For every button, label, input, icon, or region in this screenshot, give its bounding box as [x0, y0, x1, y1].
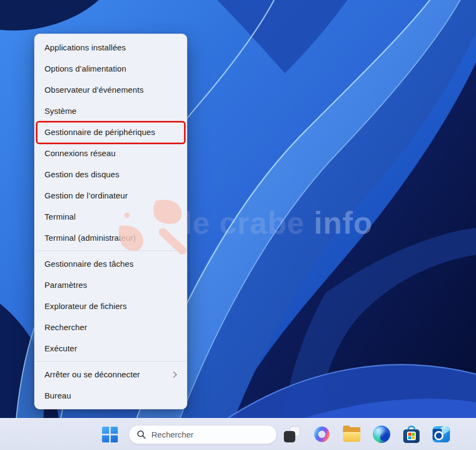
menu-item-options-alimentation[interactable]: Options d’alimentation	[35, 58, 187, 79]
menu-item-applications-installees[interactable]: Applications installées	[35, 37, 187, 58]
menu-item-connexions-reseau[interactable]: Connexions réseau	[35, 143, 187, 164]
menu-item-label: Rechercher	[45, 323, 87, 332]
menu-item-label: Paramètres	[45, 280, 87, 290]
chevron-right-icon	[170, 371, 176, 377]
menu-item-terminal-admin[interactable]: Terminal (administrateur)	[35, 227, 187, 248]
menu-item-systeme[interactable]: Système	[35, 100, 187, 121]
start-button[interactable]	[102, 427, 118, 442]
menu-item-label: Terminal (administrateur)	[45, 233, 136, 242]
taskbar-app-copilot[interactable]	[311, 423, 333, 445]
menu-item-label: Terminal	[45, 212, 75, 221]
menu-item-label: Applications installées	[45, 43, 126, 52]
menu-item-label: Gestion des disques	[45, 170, 119, 179]
windows-desktop: Applications installées Options d’alimen…	[0, 0, 476, 450]
file-explorer-folder-icon	[343, 427, 360, 442]
taskbar-app-file-explorer[interactable]	[341, 423, 363, 445]
menu-item-parametres[interactable]: Paramètres	[35, 274, 187, 295]
menu-item-gestion-disques[interactable]: Gestion des disques	[35, 164, 187, 185]
taskbar-search[interactable]: Rechercher	[129, 425, 277, 444]
menu-item-label: Observateur d’événements	[45, 85, 144, 94]
menu-item-gestionnaire-peripheriques[interactable]: Gestionnaire de périphériques	[35, 121, 187, 143]
menu-separator	[35, 361, 187, 362]
microsoft-flag-icon	[407, 432, 416, 440]
menu-item-gestion-ordinateur[interactable]: Gestion de l’ordinateur	[35, 185, 187, 206]
search-icon	[137, 430, 146, 439]
menu-item-bureau[interactable]: Bureau	[35, 385, 187, 406]
search-placeholder: Rechercher	[151, 430, 194, 439]
edge-browser-icon	[373, 426, 390, 443]
taskbar: Rechercher	[0, 418, 476, 450]
menu-item-label: Exécuter	[45, 344, 77, 353]
menu-item-label: Gestionnaire de périphériques	[45, 127, 155, 137]
menu-separator	[35, 250, 187, 251]
menu-item-executer[interactable]: Exécuter	[35, 338, 187, 359]
winx-menu: Applications installées Options d’alimen…	[34, 34, 187, 409]
menu-item-explorateur-fichiers[interactable]: Explorateur de fichiers	[35, 295, 187, 317]
stacked-squares-icon	[284, 426, 300, 442]
menu-item-observateur-evenements[interactable]: Observateur d’événements	[35, 79, 187, 100]
taskbar-app-outlook[interactable]	[430, 423, 452, 445]
menu-item-label: Gestionnaire des tâches	[45, 259, 134, 268]
taskbar-app-edge[interactable]	[371, 423, 392, 445]
taskbar-app-stacked-squares[interactable]	[281, 423, 303, 445]
menu-item-label: Arrêter ou se déconnecter	[45, 370, 140, 379]
menu-item-arreter-deconnecter[interactable]: Arrêter ou se déconnecter	[35, 364, 187, 385]
menu-item-label: Connexions réseau	[45, 149, 116, 158]
taskbar-apps	[281, 423, 452, 445]
outlook-icon	[433, 426, 450, 442]
copilot-icon	[313, 425, 331, 443]
menu-item-rechercher[interactable]: Rechercher	[35, 317, 187, 338]
menu-item-label: Options d’alimentation	[45, 64, 126, 73]
microsoft-store-icon	[403, 426, 420, 443]
menu-item-label: Explorateur de fichiers	[45, 301, 127, 311]
menu-item-terminal[interactable]: Terminal	[35, 206, 187, 227]
menu-item-gestionnaire-taches[interactable]: Gestionnaire des tâches	[35, 253, 187, 274]
menu-item-label: Système	[45, 106, 77, 115]
menu-item-label: Gestion de l’ordinateur	[45, 191, 128, 200]
menu-item-label: Bureau	[45, 391, 71, 400]
taskbar-app-microsoft-store[interactable]	[401, 423, 422, 445]
